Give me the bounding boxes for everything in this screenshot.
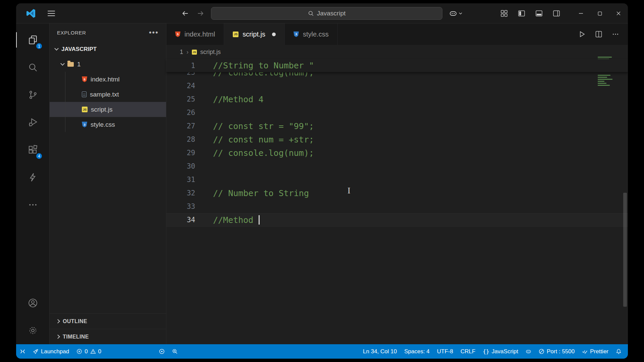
- explorer-sidebar: EXPLORER ••• JAVASCRIPT 1 5 index.html: [50, 23, 166, 344]
- outline-panel-header[interactable]: OUTLINE: [50, 313, 166, 329]
- toggle-primary-sidebar-icon[interactable]: [518, 10, 525, 17]
- chevron-down-icon: [459, 11, 463, 15]
- css-file-icon: 3: [293, 32, 299, 37]
- customize-layout-icon[interactable]: [500, 10, 508, 17]
- chevron-right-icon: [56, 335, 60, 339]
- workspace-name: JAVASCRIPT: [61, 46, 97, 53]
- maximize-button[interactable]: [590, 3, 609, 23]
- indentation-setting[interactable]: Spaces: 4: [400, 348, 433, 355]
- timeline-panel-header[interactable]: TIMELINE: [50, 329, 166, 344]
- sidebar-title: EXPLORER: [57, 30, 86, 36]
- code-line: 26: [166, 106, 628, 119]
- notifications-button[interactable]: [612, 349, 625, 354]
- run-code-icon[interactable]: [578, 31, 586, 38]
- close-button[interactable]: [609, 3, 628, 23]
- code-area[interactable]: 23// console.log(num); 24 25//Method 4 2…: [166, 66, 628, 227]
- file-name: style.css: [91, 121, 115, 128]
- sticky-scroll-line[interactable]: 1 //String to Number ": [166, 59, 628, 72]
- source-control-activity-icon[interactable]: [16, 81, 49, 109]
- prettier-button[interactable]: Prettier: [578, 348, 612, 355]
- command-search-input[interactable]: Javascript: [211, 7, 442, 20]
- text-file-icon: [82, 92, 87, 97]
- chevron-right-icon: [56, 319, 60, 323]
- copilot-menu-button[interactable]: [449, 9, 463, 17]
- tree-file-script-js[interactable]: JS script.js: [50, 102, 166, 117]
- tab-index-html[interactable]: 5 index.html: [166, 23, 224, 45]
- forward-arrow-icon[interactable]: [196, 9, 204, 17]
- lightning-activity-icon[interactable]: [16, 164, 49, 191]
- mouse-cursor-ibeam: I: [347, 186, 351, 196]
- tab-style-css[interactable]: 3 style.css: [285, 23, 338, 45]
- tab-label: index.html: [184, 31, 215, 38]
- tree-file-sample-txt[interactable]: sample.txt: [50, 87, 166, 102]
- code-line: 32// Number to String: [166, 186, 628, 200]
- copilot-icon: [526, 349, 531, 354]
- file-name: index.html: [91, 76, 120, 83]
- account-icon[interactable]: [16, 289, 49, 317]
- problems-button[interactable]: 0 0: [73, 344, 105, 359]
- explorer-badge: 1: [36, 43, 43, 50]
- run-debug-activity-icon[interactable]: [16, 109, 49, 136]
- code-line: 31: [166, 173, 628, 186]
- js-file-icon: JS: [233, 32, 238, 37]
- explorer-activity-icon[interactable]: 1: [16, 26, 49, 54]
- workspace-section-javascript[interactable]: JAVASCRIPT: [50, 42, 166, 57]
- settings-gear-icon[interactable]: [16, 317, 49, 344]
- live-server-port-button[interactable]: Port : 5500: [535, 348, 578, 355]
- explorer-more-actions-icon[interactable]: •••: [149, 28, 159, 37]
- toggle-panel-icon[interactable]: [535, 10, 543, 17]
- breadcrumb[interactable]: 1 › JS script.js: [166, 45, 628, 59]
- tree-folder-1[interactable]: 1: [50, 57, 166, 72]
- modified-dot-icon[interactable]: [272, 33, 276, 36]
- eol-setting[interactable]: CRLF: [457, 348, 479, 355]
- more-actions-icon[interactable]: [16, 191, 49, 219]
- tab-label: style.css: [303, 31, 329, 38]
- extensions-activity-icon[interactable]: 4: [16, 136, 49, 164]
- screencast-button[interactable]: [155, 349, 168, 354]
- code-line: 24: [166, 79, 628, 93]
- menu-icon[interactable]: [48, 11, 55, 16]
- errors-icon: [76, 349, 82, 354]
- tab-script-js[interactable]: JS script.js: [224, 23, 285, 45]
- editor-more-actions-icon[interactable]: [612, 31, 619, 38]
- zoom-button[interactable]: [168, 349, 181, 354]
- braces-icon: {}: [483, 348, 489, 355]
- toggle-secondary-sidebar-icon[interactable]: [553, 10, 560, 17]
- html-file-icon: 5: [175, 32, 180, 37]
- breadcrumb-folder[interactable]: 1: [180, 49, 183, 56]
- remote-indicator[interactable]: [16, 344, 29, 359]
- html-file-icon: 5: [82, 76, 87, 82]
- double-check-icon: [582, 349, 588, 354]
- language-mode[interactable]: {} JavaScript: [479, 348, 522, 355]
- launchpad-button[interactable]: Launchpad: [29, 344, 73, 359]
- editor-tabs: 5 index.html JS script.js 3 style.css: [166, 23, 628, 45]
- warnings-icon: [90, 349, 96, 354]
- port-blocked-icon: [539, 349, 544, 354]
- tree-file-index-html[interactable]: 5 index.html: [50, 72, 166, 87]
- search-icon: [308, 10, 314, 16]
- bell-icon: [616, 349, 622, 354]
- back-arrow-icon[interactable]: [181, 9, 190, 17]
- sticky-line-text: //String to Number ": [195, 61, 314, 70]
- tree-file-style-css[interactable]: 3 style.css: [50, 117, 166, 132]
- css-file-icon: 3: [82, 122, 87, 127]
- outline-label: OUTLINE: [63, 318, 87, 324]
- file-name: sample.txt: [90, 91, 119, 98]
- encoding-setting[interactable]: UTF-8: [433, 348, 457, 355]
- status-bar: Launchpad 0 0: [16, 344, 628, 359]
- breadcrumb-file[interactable]: script.js: [200, 49, 221, 56]
- vertical-scrollbar[interactable]: [623, 193, 627, 307]
- text-cursor: [259, 215, 260, 225]
- code-line: 27// const str = "99";: [166, 119, 628, 133]
- vscode-window: Javascript: [16, 3, 628, 359]
- folder-icon: [67, 62, 74, 67]
- split-editor-icon[interactable]: [595, 31, 602, 38]
- copilot-status-button[interactable]: [522, 349, 535, 354]
- screencast-icon: [159, 349, 165, 354]
- extensions-badge: 4: [36, 153, 43, 160]
- search-activity-icon[interactable]: [16, 54, 49, 81]
- minimize-button[interactable]: [572, 3, 590, 23]
- cursor-position[interactable]: Ln 34, Col 10: [359, 348, 400, 355]
- warnings-count: 0: [98, 348, 101, 355]
- rocket-icon: [33, 349, 39, 354]
